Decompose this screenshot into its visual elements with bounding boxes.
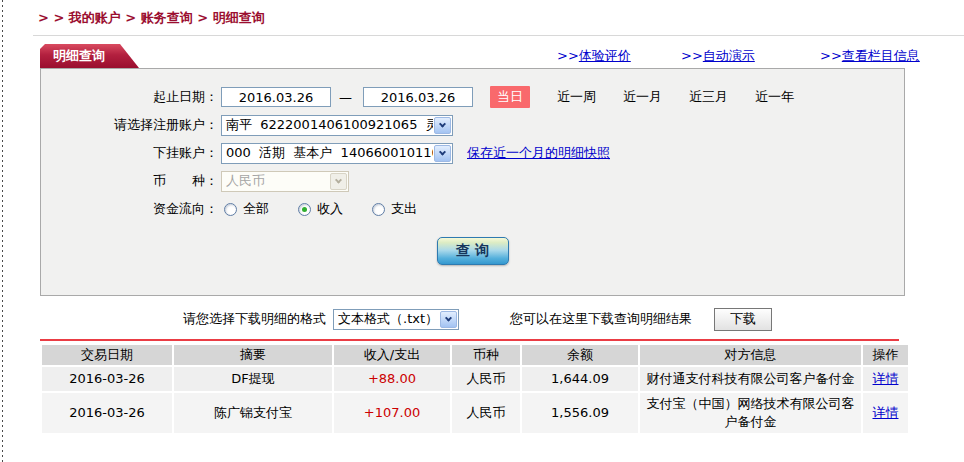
breadcrumb-item-account-query[interactable]: 账务查询 [141,10,193,25]
col-header-balance: 余额 [522,345,638,365]
sub-account-select[interactable]: 000 活期 基本户 1406600101102571848 [221,143,453,164]
date-range-label: 起止日期： [41,88,218,106]
cell-counterparty: 财付通支付科技有限公司客户备付金 [640,367,861,391]
cell-summary: 陈广锦支付宝 [174,393,332,433]
download-row: 请您选择下载明细的格式 文本格式（.txt） 您可以在这里下载查询明细结果 下载 [183,307,964,331]
currency-select: 人民币 [221,171,349,192]
query-button-row: 查 询 [41,237,904,265]
range-last-year[interactable]: 近一年 [755,88,794,106]
register-account-value: 南平 6222001406100921065 灵通卡 [222,116,433,134]
chevron-down-icon[interactable] [434,117,451,134]
chevron-down-icon[interactable] [434,145,451,162]
download-button[interactable]: 下载 [714,308,772,331]
transaction-table: 交易日期 摘要 收入/支出 币种 余额 对方信息 操作 2016-03-26 D… [40,343,910,435]
breadcrumb-prefix: > > [38,10,69,25]
end-date-input[interactable] [363,87,473,107]
table-row: 2016-03-26 DF提现 +88.00 人民币 1,644.09 财付通支… [42,367,908,391]
cell-date: 2016-03-26 [42,393,172,433]
table-top-divider [40,339,899,341]
cell-currency: 人民币 [452,393,520,433]
link-prefix: >> [820,48,842,63]
col-header-counterparty: 对方信息 [640,345,861,365]
cell-counterparty: 支付宝（中国）网络技术有限公司客户备付金 [640,393,861,433]
range-last-week[interactable]: 近一周 [557,88,596,106]
table-header-row: 交易日期 摘要 收入/支出 币种 余额 对方信息 操作 [42,345,908,365]
link-auto-demo[interactable]: >>自动演示 [681,47,755,65]
download-result-label: 您可以在这里下载查询明细结果 [510,310,692,328]
header-divider [33,35,964,36]
radio-all-label: 全部 [243,200,269,218]
flow-radio-group: 全部 收入 支出 [224,200,446,218]
query-form-panel: 起止日期： — 当日 近一周 近一月 近三月 近一年 请选择注册账户： 南平 6… [40,68,905,296]
register-account-row: 请选择注册账户： 南平 6222001406100921065 灵通卡 [41,114,904,136]
sub-account-value: 000 活期 基本户 1406600101102571848 [222,144,433,162]
col-header-action: 操作 [863,345,908,365]
date-range-row: 起止日期： — 当日 近一周 近一月 近三月 近一年 [41,86,904,108]
download-format-value: 文本格式（.txt） [334,310,439,328]
breadcrumb-separator: > [193,10,213,25]
currency-label: 币 种： [41,172,218,190]
chevron-down-icon[interactable] [440,311,457,328]
breadcrumb-item-detail-query: 明细查询 [213,10,265,25]
query-button[interactable]: 查 询 [437,237,509,265]
register-account-label: 请选择注册账户： [41,116,218,134]
tab-bar: 明细查询 >>体验评价 >>自动演示 >>查看栏目信息 [0,44,964,68]
tab-detail-query[interactable]: 明细查询 [40,44,139,68]
link-view-column-info[interactable]: >>查看栏目信息 [820,47,920,65]
radio-expense-label: 支出 [391,200,417,218]
sub-account-label: 下挂账户： [41,144,218,162]
left-dotted-border [2,0,3,462]
flow-direction-label: 资金流向： [41,200,218,218]
flow-option-expense[interactable]: 支出 [372,200,417,218]
flow-direction-row: 资金流向： 全部 收入 支出 [41,198,904,220]
col-header-date: 交易日期 [42,345,172,365]
tab-label: 明细查询 [53,48,105,63]
col-header-currency: 币种 [452,345,520,365]
table-row: 2016-03-26 陈广锦支付宝 +107.00 人民币 1,556.09 支… [42,393,908,433]
link-experience-rating[interactable]: >>体验评价 [557,47,631,65]
cell-amount: +107.00 [334,393,450,433]
cell-amount: +88.00 [334,367,450,391]
detail-link[interactable]: 详情 [873,371,899,386]
detail-link[interactable]: 详情 [873,405,899,420]
sub-account-row: 下挂账户： 000 活期 基本户 1406600101102571848 保存近… [41,142,904,164]
save-snapshot-link[interactable]: 保存近一个月的明细快照 [467,144,610,162]
radio-all[interactable] [224,203,237,216]
link-prefix: >> [681,48,703,63]
cell-balance: 1,644.09 [522,367,638,391]
range-last-month[interactable]: 近一月 [623,88,662,106]
cell-currency: 人民币 [452,367,520,391]
download-format-select[interactable]: 文本格式（.txt） [333,309,459,330]
cell-summary: DF提现 [174,367,332,391]
cell-date: 2016-03-26 [42,367,172,391]
breadcrumb-separator: > [121,10,141,25]
col-header-amount: 收入/支出 [334,345,450,365]
flow-option-income[interactable]: 收入 [298,200,343,218]
register-account-select[interactable]: 南平 6222001406100921065 灵通卡 [221,115,453,136]
breadcrumb: > > 我的账户 > 账务查询 > 明细查询 [0,0,964,27]
currency-row: 币 种： 人民币 [41,170,904,192]
flow-option-all[interactable]: 全部 [224,200,269,218]
range-last-3-months[interactable]: 近三月 [689,88,728,106]
radio-income[interactable] [298,203,311,216]
radio-expense[interactable] [372,203,385,216]
col-header-summary: 摘要 [174,345,332,365]
date-dash: — [339,90,352,105]
link-prefix: >> [557,48,579,63]
start-date-input[interactable] [221,87,331,107]
radio-income-label: 收入 [317,200,343,218]
cell-balance: 1,556.09 [522,393,638,433]
currency-value: 人民币 [222,172,329,190]
today-badge[interactable]: 当日 [490,86,530,108]
chevron-down-icon [330,173,347,190]
breadcrumb-item-my-account[interactable]: 我的账户 [69,10,121,25]
download-format-label: 请您选择下载明细的格式 [183,310,326,328]
